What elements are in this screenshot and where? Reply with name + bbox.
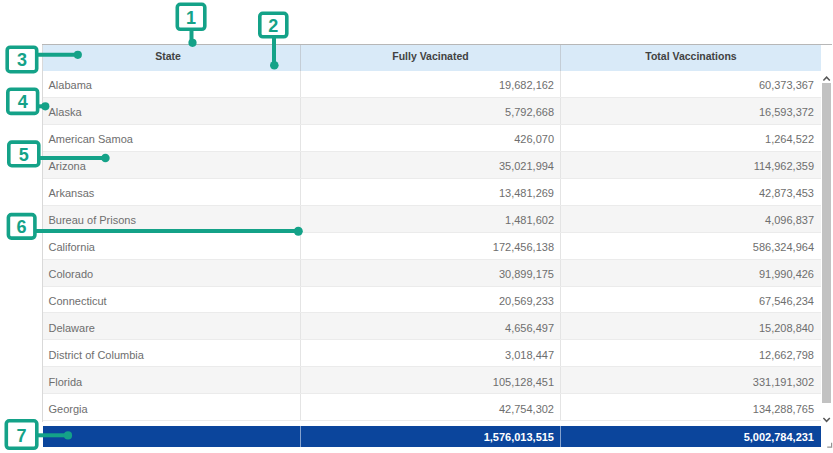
svg-text:3: 3: [17, 50, 27, 70]
svg-text:5: 5: [19, 145, 29, 165]
svg-text:4: 4: [18, 92, 28, 112]
svg-text:2: 2: [268, 16, 278, 36]
svg-text:6: 6: [17, 217, 27, 237]
svg-text:7: 7: [16, 426, 26, 446]
svg-text:1: 1: [186, 8, 196, 28]
